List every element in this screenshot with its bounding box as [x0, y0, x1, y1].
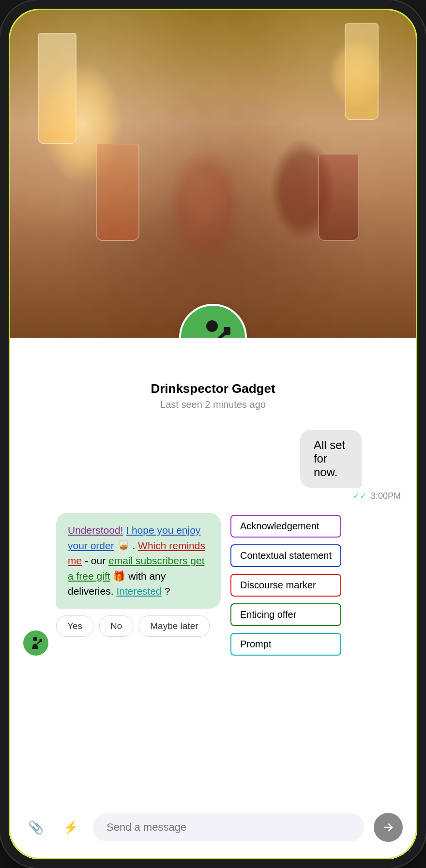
- message-input[interactable]: [106, 821, 350, 834]
- bot-avatar-icon: [194, 317, 232, 338]
- annotation-acknowledgement: Acknowledgement: [230, 515, 341, 538]
- quick-reply-no[interactable]: No: [99, 615, 133, 637]
- attachment-button[interactable]: 📎: [23, 815, 48, 840]
- message-time-row: ✓✓ 3:00PM: [300, 491, 403, 501]
- svg-point-0: [206, 320, 218, 332]
- outgoing-text: All set for now.: [314, 438, 345, 479]
- incoming-message-row: Understood! I hope you enjoy your order …: [23, 513, 403, 656]
- annotation-panel: Acknowledgement Contextual statement Dis…: [230, 513, 341, 656]
- annotation-enticing-offer: Enticing offer: [230, 603, 341, 626]
- bot-avatar-small: [23, 630, 48, 656]
- outgoing-message-row: All set for now. ✓✓ 3:00PM: [23, 430, 403, 501]
- message-time: 3:00PM: [371, 491, 401, 501]
- message-input-wrap[interactable]: [93, 813, 364, 841]
- svg-rect-3: [40, 639, 42, 642]
- svg-point-2: [33, 637, 37, 641]
- bot-avatar: [179, 304, 247, 338]
- annotation-discourse-marker: Discourse marker: [230, 574, 341, 597]
- bot-name: Drinkspector Gadget: [9, 381, 417, 396]
- phone-screen: Drinkspector Gadget Last seen 2 minutes …: [9, 9, 417, 859]
- chat-area: Drinkspector Gadget Last seen 2 minutes …: [9, 338, 417, 859]
- outgoing-bubble: All set for now.: [300, 430, 362, 488]
- attachment-icon: 📎: [28, 820, 44, 835]
- text-dash: - our: [85, 555, 108, 566]
- input-bar: 📎 ⚡: [9, 803, 417, 859]
- annotation-prompt: Prompt: [230, 633, 341, 656]
- text-emoji1: 🥃 .: [117, 540, 138, 551]
- annotation-contextual-statement: Contextual statement: [230, 544, 341, 567]
- phone-frame: Drinkspector Gadget Last seen 2 minutes …: [0, 0, 426, 868]
- quick-reply-maybe-later[interactable]: Maybe later: [139, 615, 209, 637]
- quick-reply-yes[interactable]: Yes: [56, 615, 93, 637]
- text-prompt: Interested: [116, 585, 161, 597]
- incoming-bubble: Understood! I hope you enjoy your order …: [56, 513, 221, 609]
- send-button[interactable]: [374, 813, 403, 842]
- text-acknowledgement: Understood!: [68, 524, 123, 536]
- text-question: ?: [165, 585, 170, 597]
- lightning-button[interactable]: ⚡: [58, 815, 83, 840]
- lightning-icon: ⚡: [63, 820, 78, 835]
- outgoing-message-group: All set for now. ✓✓ 3:00PM: [300, 430, 403, 501]
- hero-image: [9, 9, 417, 338]
- read-receipt-icon: ✓✓: [352, 491, 367, 501]
- svg-rect-1: [224, 327, 230, 335]
- bot-status: Last seen 2 minutes ago: [9, 399, 417, 410]
- bot-avatar-container: [179, 304, 247, 338]
- incoming-bubble-wrap: Understood! I hope you enjoy your order …: [56, 513, 221, 637]
- messages-container: All set for now. ✓✓ 3:00PM: [9, 430, 417, 803]
- quick-replies: Yes No Maybe later: [56, 615, 221, 637]
- incoming-message-content: Understood! I hope you enjoy your order …: [56, 513, 403, 656]
